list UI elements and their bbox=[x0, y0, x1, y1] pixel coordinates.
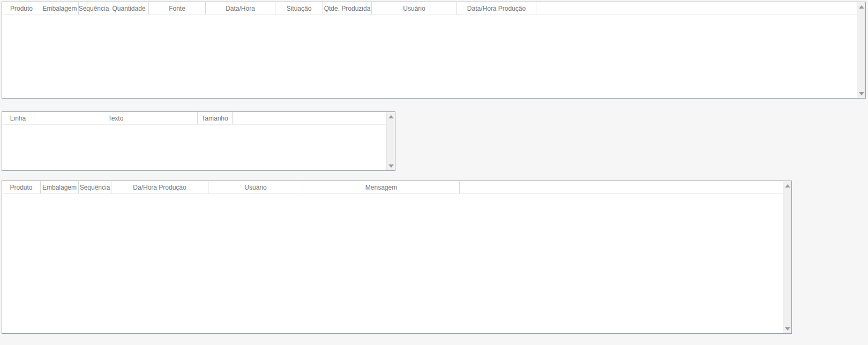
production-items-grid: Produto Embalagem Sequência Quantidade F… bbox=[2, 2, 866, 99]
column-header-embalagem[interactable]: Embalagem bbox=[41, 181, 79, 193]
scroll-down-button[interactable] bbox=[857, 89, 865, 98]
column-header-filler bbox=[460, 181, 783, 193]
scroll-up-button[interactable] bbox=[387, 112, 395, 121]
label-lines-header-row: Linha Texto Tamanho bbox=[2, 112, 386, 125]
arrow-down-icon bbox=[859, 92, 864, 95]
scroll-down-button[interactable] bbox=[387, 161, 395, 170]
production-items-grid-body bbox=[2, 15, 857, 98]
column-header-filler bbox=[233, 112, 386, 124]
column-header-usuario[interactable]: Usuário bbox=[208, 181, 303, 193]
label-lines-vertical-scrollbar[interactable] bbox=[386, 112, 395, 170]
column-header-tamanho[interactable]: Tamanho bbox=[198, 112, 233, 124]
column-header-fonte[interactable]: Fonte bbox=[149, 2, 206, 14]
production-log-header-row: Produto Embalagem Sequência Da/Hora Prod… bbox=[2, 181, 783, 194]
arrow-up-icon bbox=[859, 5, 864, 9]
scroll-up-button[interactable] bbox=[857, 2, 865, 11]
column-header-data-hora[interactable]: Data/Hora bbox=[206, 2, 275, 14]
column-header-filler bbox=[536, 2, 857, 14]
scroll-down-button[interactable] bbox=[783, 324, 791, 333]
column-header-quantidade[interactable]: Quantidade bbox=[109, 2, 149, 14]
label-lines-grid-body bbox=[2, 125, 386, 170]
production-log-vertical-scrollbar[interactable] bbox=[783, 181, 791, 333]
arrow-up-icon bbox=[785, 184, 790, 188]
label-lines-grid: Linha Texto Tamanho bbox=[2, 111, 395, 171]
column-header-mensagem[interactable]: Mensagem bbox=[303, 181, 460, 193]
column-header-sequencia[interactable]: Sequência bbox=[79, 181, 111, 193]
column-header-embalagem[interactable]: Embalagem bbox=[41, 2, 79, 14]
arrow-down-icon bbox=[785, 327, 790, 331]
column-header-produto[interactable]: Produto bbox=[2, 181, 41, 193]
column-header-da-hora-producao[interactable]: Da/Hora Produção bbox=[111, 181, 208, 193]
column-header-situacao[interactable]: Situação bbox=[275, 2, 323, 14]
column-header-qtde-produzida[interactable]: Qtde. Produzida bbox=[323, 2, 372, 14]
scroll-up-button[interactable] bbox=[783, 181, 791, 190]
column-header-data-hora-producao[interactable]: Data/Hora Produção bbox=[457, 2, 536, 14]
column-header-usuario[interactable]: Usuário bbox=[372, 2, 457, 14]
column-header-texto[interactable]: Texto bbox=[34, 112, 198, 124]
column-header-produto[interactable]: Produto bbox=[2, 2, 41, 14]
production-items-vertical-scrollbar[interactable] bbox=[857, 2, 865, 98]
column-header-sequencia[interactable]: Sequência bbox=[79, 2, 109, 14]
arrow-down-icon bbox=[388, 164, 394, 168]
production-items-header-row: Produto Embalagem Sequência Quantidade F… bbox=[2, 2, 857, 15]
column-header-linha[interactable]: Linha bbox=[2, 112, 34, 124]
production-log-grid: Produto Embalagem Sequência Da/Hora Prod… bbox=[2, 181, 792, 334]
arrow-up-icon bbox=[388, 115, 394, 118]
production-log-grid-body bbox=[2, 194, 783, 333]
